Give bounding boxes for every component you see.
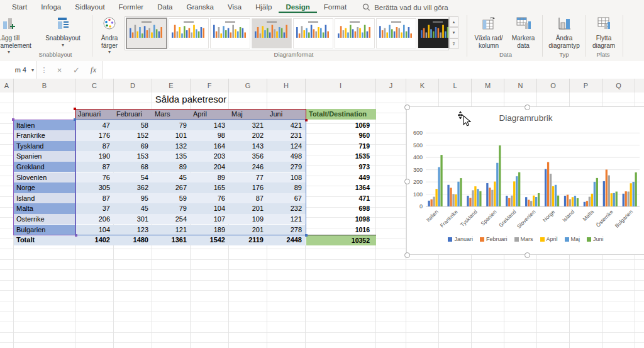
value-cell[interactable]: 123: [114, 225, 152, 235]
value-cell[interactable]: 89: [152, 162, 191, 172]
resize-handle[interactable]: [525, 104, 530, 110]
value-cell[interactable]: 87: [75, 193, 114, 204]
column-header-a[interactable]: A: [0, 79, 14, 93]
chart-style-thumbnail[interactable]: [126, 18, 167, 49]
column-header-e[interactable]: E: [152, 79, 191, 93]
sheet-title[interactable]: Sålda paketresor: [75, 94, 306, 105]
value-cell[interactable]: 189: [191, 225, 229, 235]
value-cell[interactable]: 143: [229, 141, 267, 152]
value-cell[interactable]: 421: [267, 120, 306, 131]
total-value-cell[interactable]: 1480: [114, 235, 152, 245]
chart-title[interactable]: Diagramrubrik: [407, 113, 644, 123]
value-cell[interactable]: 98: [191, 130, 229, 141]
country-cell[interactable]: Tyskland: [14, 141, 75, 152]
value-cell[interactable]: 87: [229, 193, 267, 204]
total-value-cell[interactable]: 2448: [267, 235, 306, 245]
value-cell[interactable]: 232: [267, 203, 306, 214]
column-header-p[interactable]: P: [570, 79, 602, 93]
month-header-cell[interactable]: Januari: [75, 109, 114, 120]
row-total-cell[interactable]: 1098: [306, 214, 376, 225]
value-cell[interactable]: 124: [267, 141, 306, 152]
tab-sidlayout[interactable]: Sidlayout: [68, 1, 111, 13]
row-total-cell[interactable]: 1069: [306, 120, 376, 131]
row-total-cell[interactable]: 960: [306, 130, 376, 141]
grand-total-cell[interactable]: 10352: [306, 235, 376, 245]
column-header-q[interactable]: Q: [602, 79, 635, 93]
enter-icon[interactable]: ✓: [68, 61, 85, 79]
tab-hjälp[interactable]: Hjälp: [248, 1, 279, 13]
value-cell[interactable]: 47: [75, 120, 114, 131]
row-total-cell[interactable]: 719: [306, 141, 376, 152]
country-cell[interactable]: Spanien: [14, 151, 75, 162]
value-cell[interactable]: 37: [75, 203, 114, 214]
value-cell[interactable]: 279: [267, 162, 306, 172]
value-cell[interactable]: 176: [75, 130, 114, 141]
chart-style-thumbnail[interactable]: [418, 18, 449, 48]
value-cell[interactable]: 77: [229, 172, 267, 183]
value-cell[interactable]: 153: [114, 151, 152, 162]
value-cell[interactable]: 89: [267, 182, 306, 193]
value-cell[interactable]: 104: [75, 225, 114, 235]
column-header-l[interactable]: L: [439, 79, 472, 93]
value-cell[interactable]: 356: [229, 151, 267, 162]
select-data-button[interactable]: Markera data: [507, 16, 540, 49]
chart-style-thumbnail[interactable]: [376, 18, 416, 48]
resize-handle[interactable]: [404, 104, 410, 110]
value-cell[interactable]: 79: [152, 120, 191, 131]
cancel-icon[interactable]: ×: [51, 61, 68, 79]
formula-input[interactable]: [102, 61, 644, 79]
total-column-header[interactable]: Totalt/Destination: [306, 109, 376, 120]
tab-data[interactable]: Data: [150, 1, 179, 13]
value-cell[interactable]: 321: [229, 120, 267, 131]
column-header-g[interactable]: G: [229, 79, 267, 93]
row-total-cell[interactable]: 698: [306, 203, 376, 214]
month-header-cell[interactable]: Maj: [229, 109, 267, 120]
column-header-n[interactable]: N: [504, 79, 537, 93]
value-cell[interactable]: 58: [114, 120, 152, 131]
tab-formler[interactable]: Formler: [112, 1, 151, 13]
value-cell[interactable]: 201: [229, 203, 267, 214]
tab-design[interactable]: Design: [279, 1, 316, 13]
row-total-cell[interactable]: 1364: [306, 182, 376, 193]
row-total-cell[interactable]: 449: [306, 172, 376, 183]
quick-layout-button[interactable]: Snabblayout ▾: [38, 16, 88, 48]
value-cell[interactable]: 246: [229, 162, 267, 172]
total-value-cell[interactable]: 1361: [152, 235, 191, 245]
tab-start[interactable]: Start: [5, 1, 34, 13]
switch-row-column-button[interactable]: Växla rad/ kolumn: [470, 16, 507, 49]
total-value-cell[interactable]: 1402: [75, 235, 114, 245]
value-cell[interactable]: 121: [267, 214, 306, 225]
country-cell[interactable]: Grekland: [14, 162, 75, 172]
tab-visa[interactable]: Visa: [221, 1, 248, 13]
resize-handle[interactable]: [404, 179, 410, 184]
chart-legend[interactable]: JanuariFebruariMarsAprilMajJuni: [407, 236, 644, 242]
value-cell[interactable]: 203: [191, 151, 229, 162]
value-cell[interactable]: 362: [114, 182, 152, 193]
value-cell[interactable]: 87: [75, 141, 114, 152]
value-cell[interactable]: 89: [191, 172, 229, 183]
value-cell[interactable]: 231: [267, 130, 306, 141]
value-cell[interactable]: 190: [75, 151, 114, 162]
value-cell[interactable]: 76: [191, 193, 229, 204]
chart-style-thumbnail[interactable]: [169, 18, 209, 48]
value-cell[interactable]: 135: [152, 151, 191, 162]
change-chart-type-button[interactable]: Ändra diagramtyp: [545, 16, 584, 49]
chart-style-thumbnail[interactable]: [210, 18, 250, 48]
gallery-scroll-down-button[interactable]: ▼: [449, 27, 458, 38]
add-chart-element-button[interactable]: Lägg till diagramelement ▾: [0, 16, 36, 55]
value-cell[interactable]: 254: [152, 214, 191, 225]
value-cell[interactable]: 206: [75, 214, 114, 225]
formula-bar-grip[interactable]: ⋮: [37, 61, 51, 79]
column-header-h[interactable]: H: [267, 79, 306, 93]
value-cell[interactable]: 45: [114, 203, 152, 214]
resize-handle[interactable]: [525, 252, 530, 258]
value-cell[interactable]: 278: [267, 225, 306, 235]
column-header-c[interactable]: C: [75, 79, 114, 93]
column-header-m[interactable]: M: [472, 79, 504, 93]
country-cell[interactable]: Österrike: [14, 214, 75, 225]
month-header-cell[interactable]: April: [191, 109, 229, 120]
value-cell[interactable]: 165: [191, 182, 229, 193]
value-cell[interactable]: 45: [152, 172, 191, 183]
value-cell[interactable]: 104: [191, 203, 229, 214]
country-cell[interactable]: Bulgarien: [14, 225, 75, 235]
